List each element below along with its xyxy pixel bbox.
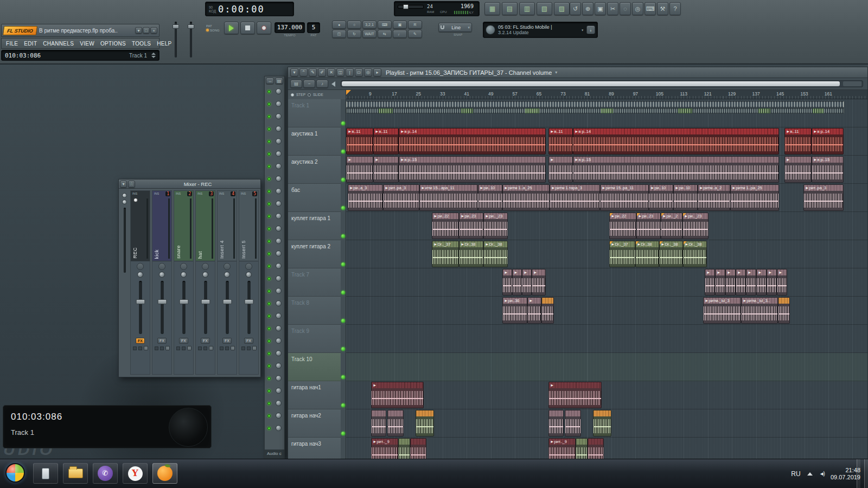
pattern-clip[interactable] bbox=[758, 108, 770, 113]
fader-handle[interactable] bbox=[179, 299, 188, 304]
rack-channel-label[interactable]: Audio c bbox=[265, 450, 284, 458]
channel-mute-led[interactable] bbox=[267, 377, 271, 380]
channel-pan-knob[interactable] bbox=[276, 388, 282, 394]
channel-pan-knob[interactable] bbox=[276, 88, 282, 94]
audio-clip[interactable]: ► bbox=[777, 269, 787, 296]
channel-mute-led[interactable] bbox=[267, 277, 271, 280]
chevron-down-icon[interactable]: ▾ bbox=[581, 28, 584, 33]
audio-clip[interactable]: ► bbox=[725, 269, 736, 296]
draw-button[interactable]: ✎ bbox=[408, 30, 422, 38]
audio-clip[interactable]: ►в р..14 bbox=[573, 128, 779, 155]
slot-icon[interactable] bbox=[209, 346, 213, 350]
multilink-button[interactable]: ▣ bbox=[393, 21, 407, 29]
audio-clip[interactable]: ► bbox=[346, 156, 373, 183]
audio-clip[interactable] bbox=[410, 438, 426, 459]
audio-clip[interactable]: ►ритм 1..а_25 bbox=[502, 184, 550, 211]
audio-clip[interactable]: ►Dr..38 bbox=[459, 241, 483, 267]
taskbar-pinned-app[interactable] bbox=[33, 463, 58, 484]
audio-clip[interactable]: ►ри.._23 bbox=[682, 213, 709, 239]
channel-mute-led[interactable] bbox=[267, 302, 271, 305]
menu-view[interactable]: VIEW bbox=[80, 41, 94, 47]
channel-pan-knob[interactable] bbox=[276, 251, 282, 256]
audio-clip[interactable]: ►рит.._9 bbox=[548, 438, 576, 459]
audio-clip[interactable] bbox=[593, 410, 611, 436]
channel-mute-led[interactable] bbox=[267, 339, 271, 343]
channel-pan-knob[interactable] bbox=[276, 350, 282, 356]
track-name-5[interactable]: куплет гитара 1 bbox=[288, 212, 341, 240]
menu-edit[interactable]: EDIT bbox=[24, 41, 37, 47]
audio-clip[interactable]: ►в р..15 bbox=[573, 156, 779, 183]
volume-fader[interactable] bbox=[174, 279, 193, 336]
slot-icon[interactable] bbox=[165, 346, 170, 350]
menu-button[interactable]: ▾ bbox=[290, 68, 298, 76]
chevron-down-icon[interactable]: ▾ bbox=[555, 70, 557, 75]
master-pitch-slider[interactable] bbox=[173, 22, 179, 57]
channel-mute-led[interactable] bbox=[267, 90, 271, 93]
channel-mute-led[interactable] bbox=[267, 389, 271, 393]
audio-clip[interactable]: ► bbox=[527, 297, 541, 324]
channel-mute-led[interactable] bbox=[267, 202, 271, 206]
audio-clip[interactable]: ►ри.._23 bbox=[483, 213, 508, 239]
slot-icon[interactable] bbox=[231, 346, 235, 350]
route-button[interactable] bbox=[180, 263, 187, 270]
pattern-clip[interactable] bbox=[813, 108, 824, 113]
mixer-strip-hat[interactable]: INS3hatFX bbox=[195, 190, 215, 375]
audio-clip[interactable] bbox=[576, 438, 588, 459]
solo-box[interactable] bbox=[225, 346, 229, 350]
download-button[interactable]: ⇣ bbox=[586, 25, 595, 34]
shuffle-slider[interactable] bbox=[398, 5, 424, 9]
rack-resize-button[interactable]: ↔ bbox=[266, 78, 274, 84]
audio-clip[interactable]: ►в р..15 bbox=[812, 156, 844, 183]
pattern-clip[interactable] bbox=[678, 108, 692, 113]
slide-radio[interactable] bbox=[308, 93, 311, 97]
app-window-button-1[interactable]: □ bbox=[143, 27, 150, 34]
playlist-zoom-scrollbar[interactable] bbox=[341, 80, 863, 87]
channel-mute-led[interactable] bbox=[267, 402, 271, 405]
channel-mute-led[interactable] bbox=[267, 227, 271, 230]
audio-clip[interactable]: ►ритм 1.тара_3 bbox=[550, 184, 600, 211]
record-dot[interactable] bbox=[133, 198, 138, 202]
record-button[interactable] bbox=[257, 22, 271, 34]
menu-file[interactable]: FILE bbox=[6, 41, 18, 47]
channel-pan-knob[interactable] bbox=[276, 338, 282, 344]
scrollbar-end[interactable] bbox=[843, 81, 861, 86]
master-volume-slider[interactable] bbox=[188, 22, 194, 57]
channel-pan-knob[interactable] bbox=[276, 201, 282, 207]
menu-options[interactable]: OPTIONS bbox=[100, 41, 126, 47]
track-name-6[interactable]: куплет гитара 2 bbox=[288, 240, 341, 268]
track-name-10[interactable]: Track 10 bbox=[288, 353, 341, 381]
taskbar-viber[interactable]: ✆ bbox=[93, 463, 118, 484]
taskbar-fl-studio[interactable] bbox=[152, 463, 177, 484]
track-led-5[interactable] bbox=[341, 234, 345, 238]
channel-mute-led[interactable] bbox=[267, 314, 271, 318]
audio-clip[interactable]: ► bbox=[715, 269, 725, 296]
route-button[interactable] bbox=[245, 263, 252, 270]
audio-clip[interactable]: ►Dr.._37 bbox=[609, 241, 635, 267]
audio-clip[interactable]: ►ри.._2 bbox=[661, 213, 682, 239]
volume-fader[interactable] bbox=[131, 279, 150, 336]
route-button[interactable] bbox=[224, 263, 231, 270]
pan-knob[interactable] bbox=[202, 272, 208, 278]
audio-clip[interactable]: ►ри..23 bbox=[459, 213, 483, 239]
slider-handle[interactable] bbox=[173, 24, 179, 29]
loop-record-button[interactable]: ↻ bbox=[347, 30, 361, 38]
overdub-button[interactable]: ◫ bbox=[332, 30, 346, 38]
fader-handle[interactable] bbox=[222, 299, 232, 304]
track-name-12[interactable]: гитара нач2 bbox=[288, 409, 341, 438]
playhead-marker[interactable] bbox=[346, 90, 351, 95]
track-led-7[interactable] bbox=[341, 291, 345, 294]
channel-pan-knob[interactable] bbox=[276, 263, 282, 269]
mixer-strip-snare[interactable]: INS2snareFX bbox=[174, 190, 194, 375]
channel-pan-knob[interactable] bbox=[276, 375, 282, 381]
channel-pan-knob[interactable] bbox=[276, 238, 282, 244]
channel-pan-knob[interactable] bbox=[276, 213, 282, 219]
audio-clip[interactable]: ►ритм 1..ра_25 bbox=[730, 184, 779, 211]
pattern-clip[interactable] bbox=[379, 108, 393, 113]
solo-box[interactable] bbox=[138, 346, 142, 350]
audio-clip[interactable]: ►в..11 bbox=[548, 128, 573, 155]
audio-clip[interactable]: ► bbox=[756, 269, 767, 296]
audio-clip[interactable]: ► bbox=[502, 269, 512, 296]
mixer-knob[interactable] bbox=[122, 200, 127, 204]
channel-mute-led[interactable] bbox=[267, 177, 271, 181]
channel-pan-knob[interactable] bbox=[276, 413, 282, 419]
